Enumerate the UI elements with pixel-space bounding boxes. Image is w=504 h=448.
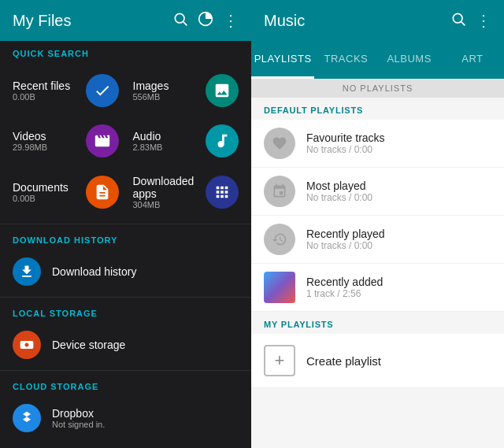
images-icon [206,74,239,107]
download-icon [13,257,41,286]
videos-name: Videos [13,130,47,143]
device-storage-icon [13,331,41,359]
favourite-name: Favourite tracks [306,131,385,144]
documents-size: 0.00B [13,194,69,203]
grid-item-documents[interactable]: Documents 0.00B [6,167,125,217]
svg-line-4 [461,21,465,25]
recent-files-name: Recent files [13,80,70,92]
tabs-bar: Playlists Tracks Albums Art [251,41,504,79]
create-playlist-item[interactable]: + Create playlist [251,334,504,388]
grid-item-videos[interactable]: Videos 29.98MB [6,117,125,165]
most-played-name: Most played [306,180,372,192]
left-header: My Files ⋮ [0,0,251,41]
download-history-item[interactable]: Download history [0,250,251,294]
pie-icon[interactable] [198,11,213,31]
quick-search-grid: Recent files 0.00B Images 556MB Videos 2… [0,63,251,220]
divider-1 [0,224,251,224]
recently-added-meta: 1 track / 2:56 [306,288,383,299]
audio-icon [206,124,239,157]
audio-size: 2.83MB [133,143,163,152]
search-icon[interactable] [172,11,188,31]
music-more-icon[interactable]: ⋮ [476,11,491,30]
tab-art[interactable]: Art [441,41,504,79]
most-played-thumb [264,176,295,207]
recent-files-size: 0.00B [13,92,70,102]
music-title: Music [264,12,441,30]
dropbox-name: Dropbox [52,407,105,420]
svg-point-3 [453,13,462,23]
favourite-thumb [264,128,295,159]
grid-item-images[interactable]: Images 556MB [127,66,246,115]
dropbox-status: Not signed in. [52,420,105,429]
plus-icon: + [264,345,295,376]
no-playlists-bar: NO PLAYLISTS [251,79,504,98]
downloaded-apps-name: Downloaded apps [133,175,206,200]
recently-played-name: Recently played [306,228,385,240]
right-panel: Music ⋮ Playlists Tracks Albums Art NO P… [251,0,504,448]
download-history-name: Download history [52,265,136,278]
divider-3 [0,370,251,371]
dropbox-icon [13,404,41,432]
recently-added-name: Recently added [306,276,383,288]
device-storage-name: Device storage [52,339,125,351]
cloud-storage-label: CLOUD STORAGE [0,374,251,396]
dropbox-item[interactable]: Dropbox Not signed in. [0,396,251,440]
playlist-item-favourite[interactable]: Favourite tracks No tracks / 0:00 [251,120,504,168]
downloaded-apps-icon [206,176,239,209]
svg-point-0 [175,13,184,23]
recent-files-icon [86,74,119,107]
download-history-label: DOWNLOAD HISTORY [0,228,251,250]
recently-added-thumb [264,272,295,303]
device-storage-item[interactable]: Device storage [0,323,251,367]
grid-item-recent[interactable]: Recent files 0.00B [6,66,125,115]
favourite-meta: No tracks / 0:00 [306,144,385,155]
videos-size: 29.98MB [13,143,47,152]
local-storage-label: LOCAL STORAGE [0,301,251,323]
svg-line-1 [183,21,187,25]
most-played-meta: No tracks / 0:00 [306,192,372,203]
recently-played-thumb [264,224,295,255]
grid-item-audio[interactable]: Audio 2.83MB [127,117,246,165]
playlist-item-recently-added[interactable]: Recently added 1 track / 2:56 [251,264,504,312]
my-files-title: My Files [13,12,163,30]
more-icon[interactable]: ⋮ [223,11,239,30]
audio-name: Audio [133,130,163,143]
create-playlist-label: Create playlist [306,354,381,368]
tab-tracks[interactable]: Tracks [314,41,377,79]
divider-2 [0,297,251,298]
default-playlists-header: DEFAULT PLAYLISTS [251,98,504,120]
playlist-item-recently-played[interactable]: Recently played No tracks / 0:00 [251,216,504,264]
music-search-icon[interactable] [450,11,466,31]
images-size: 556MB [133,92,169,102]
quick-search-label: QUICK SEARCH [0,41,251,63]
right-header: Music ⋮ [251,0,504,41]
grid-item-downloaded-apps[interactable]: Downloaded apps 304MB [127,167,246,217]
videos-icon [86,124,119,157]
my-playlists-header: MY PLAYLISTS [251,312,504,334]
documents-name: Documents [13,181,69,194]
tab-albums[interactable]: Albums [378,41,441,79]
documents-icon [86,176,119,209]
images-name: Images [133,80,169,92]
left-panel: My Files ⋮ QUICK SEARCH Recent files 0.0… [0,0,251,448]
tab-playlists[interactable]: Playlists [251,41,314,79]
recently-played-meta: No tracks / 0:00 [306,240,385,251]
playlist-item-most-played[interactable]: Most played No tracks / 0:00 [251,168,504,216]
downloaded-apps-size: 304MB [133,200,206,209]
